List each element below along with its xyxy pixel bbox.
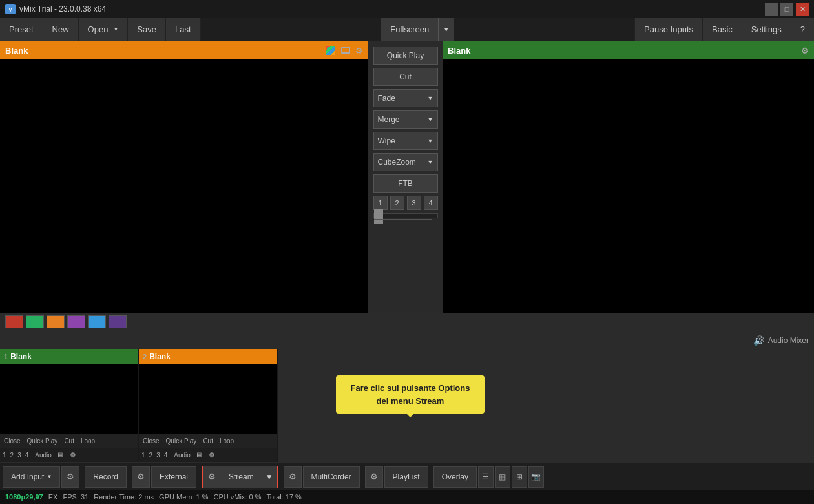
trans-num-4[interactable]: 4 [424,196,438,210]
ftb-button[interactable]: FTB [373,174,438,193]
cut-button[interactable]: Cut [373,68,438,86]
audio-icon: 🔊 [753,335,764,346]
playlist-settings-icon[interactable]: ⚙ [365,466,383,488]
input-2-close[interactable]: Close [141,437,161,445]
input-1-settings-icon[interactable]: ⚙ [68,450,78,459]
external-settings-icon[interactable]: ⚙ [132,466,150,488]
preview-header-icons: ⚙ [324,46,363,56]
fullscreen-dropdown[interactable]: ▼ [438,18,454,41]
input-2-num-display: 1 [141,452,145,459]
input-1-cut[interactable]: Cut [63,437,76,445]
input-1-audio: Audio [35,452,52,459]
swatch-red[interactable] [5,315,23,328]
input-2-num-4: 4 [164,452,168,459]
input-2-preview [139,364,277,434]
input-1-loop[interactable]: Loop [79,437,96,445]
save-button[interactable]: Save [128,18,166,41]
multicorder-button[interactable]: MultiCorder [303,466,360,488]
swatch-green[interactable] [26,315,44,328]
color-swatches [0,313,814,331]
quick-play-button[interactable]: Quick Play [373,47,438,65]
cpu-vmix-label: CPU vMix: 0 % [213,493,261,501]
preview-gear-icon[interactable]: ⚙ [355,46,363,56]
settings-button[interactable]: Settings [742,18,791,41]
input-2-cut[interactable]: Cut [202,437,214,445]
overlay-grid-icon[interactable]: ⊞ [512,466,527,488]
output-panel: Blank ⚙ [443,41,814,313]
input-2-controls: Close Quick Play Cut Loop [139,434,277,448]
overlay-list-icon[interactable]: ☰ [478,466,494,488]
merge-button[interactable]: Merge ▼ [373,110,438,129]
fade-button[interactable]: Fade ▼ [373,89,438,107]
swatch-purple[interactable] [67,315,85,328]
output-gear-icon[interactable]: ⚙ [801,46,809,56]
fullscreen-area: Fullscreen ▼ [381,18,454,41]
playlist-button[interactable]: PlayList [384,466,428,488]
help-button[interactable]: ? [791,18,814,41]
transition-numbers: 1 2 3 4 [373,196,438,210]
overlay-photo-icon[interactable]: 📷 [528,466,544,488]
stream-settings-icon[interactable]: ⚙ [203,466,221,488]
basic-button[interactable]: Basic [702,18,742,41]
minimize-button[interactable]: — [765,3,778,16]
stream-button[interactable]: Stream [221,466,262,488]
input-1-sub-controls: 1 2 3 4 Audio 🖥 ⚙ [0,448,138,462]
input-1-monitor-icon[interactable]: 🖥 [56,450,65,459]
audio-mixer-button[interactable]: 🔊 Audio Mixer [753,335,809,346]
slider-bar[interactable] [373,213,438,218]
slider-handle[interactable] [374,209,383,224]
swatch-dark-purple[interactable] [109,315,127,328]
stream-dropdown[interactable]: ▼ [262,466,277,488]
swatch-orange[interactable] [47,315,65,328]
status-bar: 1080p29,97 EX FPS: 31 Render Time: 2 ms … [0,490,814,504]
input-2-quickplay[interactable]: Quick Play [165,437,198,445]
transition-slider[interactable] [373,213,438,252]
input-2-num-3: 3 [156,452,160,459]
trans-num-3[interactable]: 3 [407,196,421,210]
input-1-preview [0,364,138,434]
fullscreen-button[interactable]: Fullscreen [381,18,438,41]
open-button[interactable]: Open [79,18,129,41]
input-2-monitor-icon[interactable]: 🖥 [194,450,204,459]
overlay-button[interactable]: Overlay [433,466,477,488]
swatch-blue[interactable] [88,315,106,328]
input-1-quickplay[interactable]: Quick Play [26,437,59,445]
fps-label: FPS: 31 [63,493,89,501]
output-video [443,59,814,313]
input-list-area: 1 Blank Close Quick Play Cut Loop 1 2 3 … [0,349,814,462]
cubezoom-button[interactable]: CubeZoom ▼ [373,153,438,171]
input-2-loop[interactable]: Loop [218,437,235,445]
last-button[interactable]: Last [166,18,201,41]
new-button[interactable]: New [43,18,79,41]
output-header: Blank ⚙ [443,41,814,59]
overlay-bar-icon[interactable]: ▦ [495,466,510,488]
audio-mixer-label: Audio Mixer [768,336,809,345]
ex-label: EX [48,493,58,501]
add-input-settings-icon[interactable]: ⚙ [61,466,79,488]
preset-button[interactable]: Preset [0,18,43,41]
screen-icon[interactable] [340,46,351,55]
maximize-button[interactable]: □ [780,3,793,16]
color-box-icon[interactable] [324,46,336,55]
app-icon: v [5,4,16,14]
menu-bar: Preset New Open Save Last Fullscreen ▼ P… [0,18,814,41]
output-header-icons: ⚙ [801,46,809,56]
input-1-header: 1 Blank [0,349,138,364]
preview-video [0,59,368,313]
main-content: Blank ⚙ Quick Play Cut Fade ▼ Merge ▼ [0,41,814,313]
record-button[interactable]: Record [85,466,127,488]
wipe-button[interactable]: Wipe ▼ [373,132,438,150]
input-2-sub-controls: 1 2 3 4 Audio 🖥 ⚙ [139,448,277,462]
pause-inputs-button[interactable]: Pause Inputs [634,18,702,41]
input-1-close[interactable]: Close [3,437,22,445]
input-1-num-2: 2 [10,452,14,459]
external-button[interactable]: External [151,466,196,488]
multicorder-settings-icon[interactable]: ⚙ [284,466,302,488]
callout-tooltip: Fare clic sul pulsante Options del menu … [336,375,485,414]
trans-num-1[interactable]: 1 [373,196,388,210]
add-input-button[interactable]: Add Input [3,466,60,488]
trans-num-2[interactable]: 2 [390,196,404,210]
render-time-label: Render Time: 2 ms [94,493,154,501]
close-button[interactable]: ✕ [796,3,809,16]
input-2-settings-icon[interactable]: ⚙ [207,450,216,459]
